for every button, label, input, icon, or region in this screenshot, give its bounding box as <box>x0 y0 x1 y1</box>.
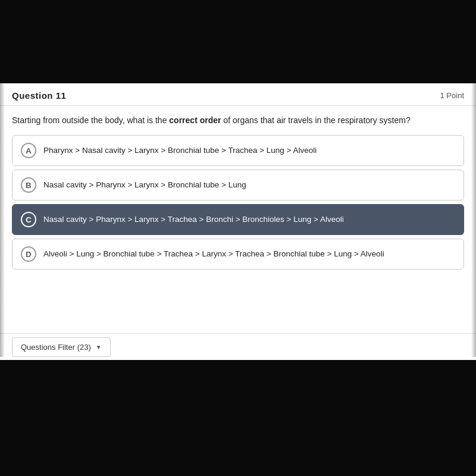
option-b-text: Nasal cavity > Pharynx > Larynx > Bronch… <box>43 180 246 191</box>
vignette-right <box>471 83 476 357</box>
option-d[interactable]: D Alveoli > Lung > Bronchial tube > Trac… <box>12 239 464 270</box>
option-c-text: Nasal cavity > Pharynx > Larynx > Trache… <box>43 214 344 226</box>
vignette-left <box>0 83 5 357</box>
option-a-text: Pharynx > Nasal cavity > Larynx > Bronch… <box>43 145 317 156</box>
option-b[interactable]: B Nasal cavity > Pharynx > Larynx > Bron… <box>12 170 464 201</box>
question-text-bold: correct order <box>169 115 221 125</box>
bottom-bar <box>0 357 476 476</box>
filter-button-label: Questions Filter (23) <box>21 343 91 352</box>
header-row: Question 11 1 Point <box>0 83 476 106</box>
screen: Question 11 1 Point Starting from outsid… <box>0 0 476 476</box>
option-c-circle: C <box>21 212 36 227</box>
question-text: Starting from outside the body, what is … <box>0 106 476 133</box>
option-a[interactable]: A Pharynx > Nasal cavity > Larynx > Bron… <box>12 135 464 166</box>
question-label: Question 11 <box>12 90 66 101</box>
question-text-before: Starting from outside the body, what is … <box>12 115 169 125</box>
filter-arrow-icon: ▼ <box>96 344 102 350</box>
filter-button[interactable]: Questions Filter (23) ▼ <box>12 337 111 357</box>
footer-bar: Questions Filter (23) ▼ <box>0 333 476 360</box>
options-list: A Pharynx > Nasal cavity > Larynx > Bron… <box>0 133 476 279</box>
content-area: Question 11 1 Point Starting from outsid… <box>0 83 476 357</box>
question-text-after: of organs that air travels in the respir… <box>221 115 410 125</box>
option-a-circle: A <box>21 143 36 158</box>
option-d-circle: D <box>21 246 36 262</box>
option-c[interactable]: C Nasal cavity > Pharynx > Larynx > Trac… <box>12 204 464 235</box>
points-label: 1 Point <box>440 91 464 100</box>
option-d-text: Alveoli > Lung > Bronchial tube > Trache… <box>43 249 384 260</box>
option-b-circle: B <box>21 177 36 193</box>
top-bar <box>0 0 476 83</box>
